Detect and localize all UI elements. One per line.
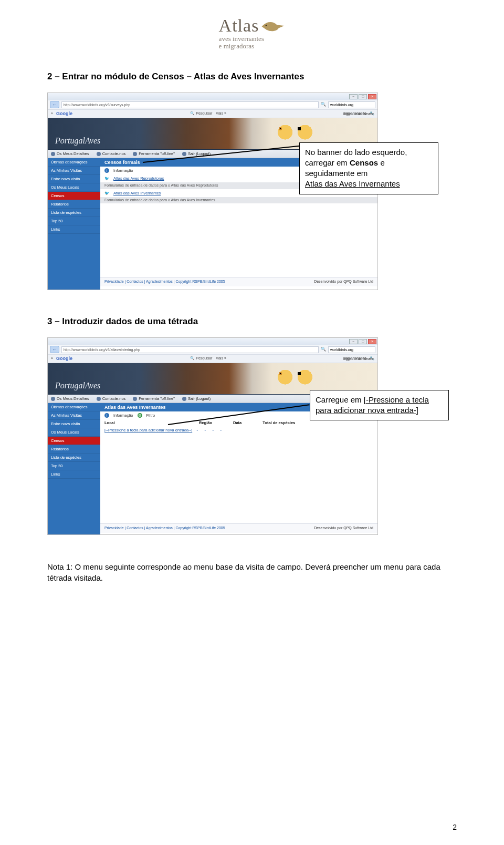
sidebar-item[interactable]: Relatórios <box>48 200 100 209</box>
more-link[interactable]: Mais » <box>215 111 226 116</box>
sidebar-item[interactable]: Top 50 <box>48 462 100 470</box>
google-label: Google <box>56 111 72 117</box>
sidebar-item[interactable]: Lista de espécies <box>48 209 100 217</box>
close-x-icon[interactable]: × <box>51 111 53 116</box>
sidebar-item[interactable]: Top 50 <box>48 217 100 225</box>
menu-contact[interactable]: Contacte-nos <box>97 151 126 156</box>
url-input[interactable]: http://www.worldbirds.org/v3/surveys.php <box>61 101 319 108</box>
menu-offline-tool[interactable]: Ferramenta "off-line" <box>133 151 175 156</box>
menu-contact[interactable]: Contacte-nos <box>97 396 126 401</box>
sidebar-item-censos[interactable]: Censos <box>48 437 100 445</box>
site-title: PortugalAves <box>55 136 100 146</box>
callout-censos: No banner do lado esquerdo, carregar em … <box>299 142 438 194</box>
desc-invernantes: Formulários de entrada de dados para o A… <box>100 197 377 203</box>
filter-icon[interactable]: ⚙ <box>138 413 142 418</box>
search-button[interactable]: 🔍 Pesquisar <box>190 111 212 116</box>
site-title: PortugalAves <box>55 380 100 390</box>
window-close-button[interactable]: × <box>368 94 376 99</box>
google-toolbar: × Google 🔍 Pesquisar Mais » Iniciar sess… <box>48 110 377 118</box>
logged-in-label: logged in as: observ. <box>343 112 375 116</box>
svg-point-0 <box>266 25 267 26</box>
col-total: Total de espécies <box>262 420 295 425</box>
sidebar-item[interactable]: Lista de espécies <box>48 454 100 462</box>
back-button[interactable]: ← <box>50 346 59 353</box>
col-regiao: Região <box>199 420 212 425</box>
magnify-icon: 🔍 <box>321 347 326 352</box>
document-logo: Atlas aves invernantes e migradoras <box>47 16 457 50</box>
logged-in-label: logged in as: observ. <box>343 357 375 361</box>
filter-label: Filtro <box>146 413 155 418</box>
browser-tab[interactable]: worldbirds.org <box>328 346 375 353</box>
window-min-button[interactable]: − <box>349 339 358 344</box>
site-footer: Privacidade | Contactos | Agradecimentos… <box>100 277 377 286</box>
window-close-button[interactable]: × <box>368 339 376 344</box>
figure-2: − □ × ← http://www.worldbirds.org/v3/atl… <box>47 337 457 535</box>
bird-icon <box>261 17 285 34</box>
address-bar-row: ← http://www.worldbirds.org/v3/surveys.p… <box>48 100 377 110</box>
section-3-heading: 3 – Introduzir dados de uma tétrada <box>47 316 457 327</box>
bird-list-icon: 🐦 <box>104 176 109 181</box>
sidebar-nav: Últimas observações As Minhas Visitas En… <box>48 158 100 290</box>
section-2-heading: 2 – Entrar no módulo de Censos – Atlas d… <box>47 71 457 82</box>
window-titlebar: − □ × <box>48 93 377 100</box>
figure-1: − □ × ← http://www.worldbirds.org/v3/sur… <box>47 92 457 290</box>
window-max-button[interactable]: □ <box>359 339 367 344</box>
callout-add-entry: Carregue em [-Pressione a tecla para adi… <box>310 390 449 421</box>
callout-link-text: Atlas das Aves Invernantes <box>305 179 400 188</box>
menu-my-details[interactable]: Os Meus Detalhes <box>51 396 89 401</box>
col-data: Data <box>233 420 242 425</box>
browser-tab[interactable]: worldbirds.org <box>328 101 375 108</box>
window-max-button[interactable]: □ <box>359 94 367 99</box>
menu-offline-tool[interactable]: Ferramenta "off-line" <box>133 396 175 401</box>
logo-title: Atlas <box>219 16 259 36</box>
sidebar-item[interactable]: Links <box>48 225 100 234</box>
link-atlas-invernantes[interactable]: Atlas das Aves Invernantes <box>113 191 161 195</box>
window-titlebar: − □ × <box>48 338 377 345</box>
note-1: Nota 1: O menu seguinte corresponde ao m… <box>47 561 457 583</box>
close-x-icon[interactable]: × <box>51 356 53 360</box>
add-entry-link[interactable]: [--Pressione a tecla para adicionar nova… <box>104 428 192 432</box>
sidebar-nav: Últimas observações As Minhas Visitas En… <box>48 403 100 534</box>
sidebar-item[interactable]: Os Meus Locais <box>48 428 100 437</box>
sidebar-item[interactable]: Entre nova visita <box>48 420 100 428</box>
magnify-icon: 🔍 <box>321 102 326 107</box>
google-label: Google <box>56 356 72 362</box>
address-bar-row: ← http://www.worldbirds.org/v3/atlaswint… <box>48 345 377 355</box>
footer-links[interactable]: Privacidade | Contactos | Agradecimentos… <box>104 526 225 530</box>
sidebar-item[interactable]: Últimas observações <box>48 158 100 167</box>
main-panel: Atlas das Aves Invernantes i Informação … <box>100 403 377 534</box>
info-label: Informação <box>113 168 133 173</box>
sidebar-item[interactable]: Os Meus Locais <box>48 183 100 192</box>
page-number: 2 <box>453 823 457 831</box>
sidebar-item[interactable]: Relatórios <box>48 445 100 454</box>
url-input[interactable]: http://www.worldbirds.org/v3/atlaswinter… <box>61 346 319 353</box>
bird-list-icon: 🐦 <box>104 191 109 195</box>
back-button[interactable]: ← <box>50 101 59 108</box>
site-footer: Privacidade | Contactos | Agradecimentos… <box>100 523 377 532</box>
info-icon[interactable]: i <box>104 413 109 418</box>
sidebar-item[interactable]: Entre nova visita <box>48 175 100 183</box>
footer-links[interactable]: Privacidade | Contactos | Agradecimentos… <box>104 280 225 284</box>
add-entry-row: [--Pressione a tecla para adicionar nova… <box>100 426 377 434</box>
footer-credit: Desenvolvido por QPQ Software Ltd <box>314 280 373 284</box>
google-toolbar: × Google 🔍 Pesquisar Mais » Iniciar sess… <box>48 355 377 363</box>
sidebar-item[interactable]: Últimas observações <box>48 403 100 411</box>
sidebar-item[interactable]: As Minhas Visitas <box>48 411 100 420</box>
more-link[interactable]: Mais » <box>215 356 226 360</box>
window-min-button[interactable]: − <box>349 94 358 99</box>
menu-logout[interactable]: Sair (Logout) <box>182 396 211 401</box>
footer-credit: Desenvolvido por QPQ Software Ltd <box>314 526 373 530</box>
search-button[interactable]: 🔍 Pesquisar <box>190 356 212 360</box>
sidebar-item-censos[interactable]: Censos <box>48 192 100 200</box>
sidebar-item[interactable]: Links <box>48 470 100 479</box>
info-icon[interactable]: i <box>104 168 109 173</box>
menu-my-details[interactable]: Os Meus Detalhes <box>51 151 89 156</box>
col-local: Local <box>104 420 178 425</box>
logo-sub2: e migradoras <box>219 42 286 50</box>
link-atlas-reprodutoras[interactable]: Atlas das Aves Reprodutoras <box>113 176 164 181</box>
info-label: Informação <box>113 413 133 418</box>
browser-window-2: − □ × ← http://www.worldbirds.org/v3/atl… <box>47 337 378 535</box>
table-header: Local Região Data Total de espécies <box>100 419 377 426</box>
sidebar-item[interactable]: As Minhas Visitas <box>48 167 100 175</box>
